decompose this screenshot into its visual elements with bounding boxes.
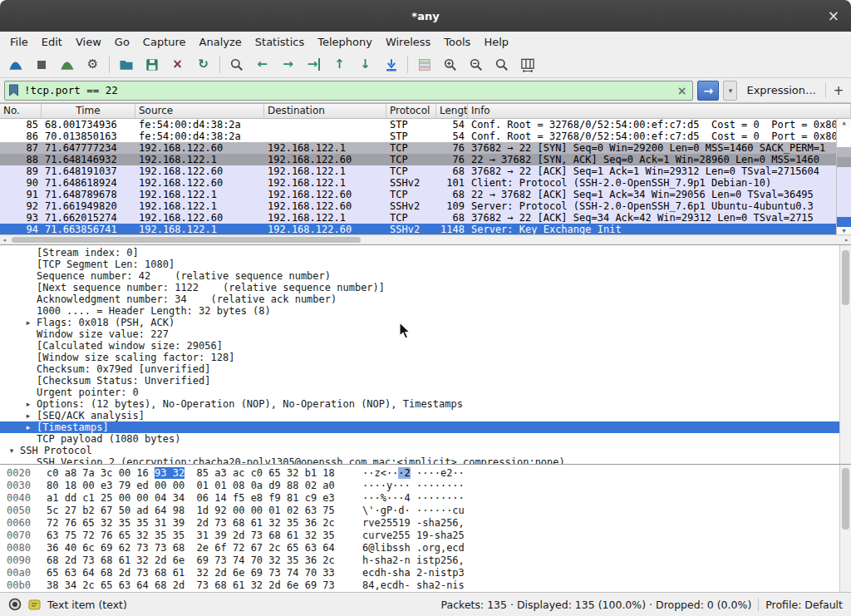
detail-row[interactable]: SSH Version 2 (encryption:chacha20-poly1… (0, 456, 839, 464)
scroll-right-arrow-icon[interactable]: ▸ (844, 235, 849, 244)
window-close-button[interactable]: × (828, 9, 839, 23)
go-forward-button[interactable]: → (275, 53, 301, 76)
packet-row-91[interactable]: 9171.648789678192.168.122.1192.168.122.6… (0, 189, 836, 200)
hex-row-0080[interactable]: 008036 40 6c 69 62 73 73 68 2e 6f 72 67 … (0, 542, 839, 554)
save-file-button[interactable] (139, 53, 165, 76)
bytes-vertical-scrollbar[interactable] (839, 465, 851, 592)
menu-item-go[interactable]: Go (108, 32, 136, 52)
column-header-destination[interactable]: Destination (264, 104, 386, 118)
menu-item-wireless[interactable]: Wireless (379, 32, 437, 52)
detail-row[interactable]: TCP payload (1080 bytes) (0, 433, 839, 445)
column-header-source[interactable]: Source (135, 104, 264, 118)
collapsed-arrow-icon[interactable]: ▸ (23, 421, 33, 433)
add-filter-button[interactable]: + (830, 83, 847, 98)
column-header-info[interactable]: Info (468, 104, 851, 118)
expert-info-icon[interactable] (8, 598, 22, 611)
detail-row[interactable]: [Checksum Status: Unverified] (0, 375, 839, 387)
status-profile[interactable]: Profile: Default (765, 599, 843, 611)
go-back-button[interactable]: ← (249, 53, 275, 76)
packet-row-94[interactable]: 9471.663856741192.168.122.1192.168.122.6… (0, 224, 836, 234)
hex-row-0020[interactable]: 0020c0 a8 7a 3c 00 16 93 32 85 a3 ac c0 … (0, 467, 839, 480)
detail-row[interactable]: 1000 .... = Header Length: 32 bytes (8) (0, 305, 839, 317)
scrollbar-thumb[interactable] (842, 250, 849, 305)
collapsed-arrow-icon[interactable]: ▸ (23, 317, 33, 328)
zoom-in-button[interactable] (437, 53, 463, 76)
reload-button[interactable]: ↻ (190, 53, 216, 76)
menu-item-statistics[interactable]: Statistics (248, 32, 311, 52)
resize-columns-button[interactable] (514, 53, 540, 76)
menu-item-tools[interactable]: Tools (437, 32, 477, 52)
zoom-reset-button[interactable] (489, 53, 514, 76)
column-header-protocol[interactable]: Protocol (386, 104, 436, 118)
hex-row-0060[interactable]: 006072 76 65 32 35 35 31 39 2d 73 68 61 … (0, 517, 839, 530)
packet-row-90[interactable]: 9071.648618924192.168.122.60192.168.122.… (0, 177, 836, 189)
hex-row-0050[interactable]: 00505c 27 b2 67 50 ad 64 98 1d 92 00 00 … (0, 505, 839, 517)
packet-row-93[interactable]: 9371.662015274192.168.122.60192.168.122.… (0, 212, 836, 224)
menu-item-help[interactable]: Help (477, 32, 515, 52)
restart-capture-button[interactable] (54, 53, 80, 76)
filter-clear-icon[interactable]: × (675, 84, 690, 97)
hex-row-0040[interactable]: 0040a1 dd c1 25 00 00 04 34 06 14 f5 e8 … (0, 492, 839, 505)
packet-row-85[interactable]: 8568.001734936fe:54:00:d4:38:2aSTP54Conf… (0, 119, 836, 131)
detail-row[interactable]: Sequence number: 42 (relative sequence n… (0, 270, 839, 282)
detail-row[interactable]: Window size value: 227 (0, 328, 839, 340)
menu-item-view[interactable]: View (69, 32, 108, 52)
hex-row-0030[interactable]: 003080 18 00 e3 79 ed 00 00 01 01 08 0a … (0, 480, 839, 492)
scrollbar-thumb[interactable] (842, 468, 849, 530)
find-packet-button[interactable] (224, 53, 249, 76)
capture-comment-icon[interactable] (28, 599, 41, 611)
packet-list-minimap-scrollbar[interactable]: ▲▼ (836, 119, 851, 234)
packet-row-88[interactable]: 8871.648146932192.168.122.1192.168.122.6… (0, 154, 836, 165)
column-header-no[interactable]: No. (0, 104, 42, 118)
detail-row[interactable]: Checksum: 0x79ed [unverified] (0, 363, 839, 375)
start-capture-button[interactable] (2, 53, 28, 76)
detail-row[interactable]: [Window size scaling factor: 128] (0, 352, 839, 363)
detail-row[interactable]: ▸[Timestamps] (0, 421, 839, 433)
column-header-length[interactable]: Length (436, 104, 468, 118)
go-first-button[interactable]: ↑ (327, 53, 352, 76)
detail-row[interactable]: ▸Flags: 0x018 (PSH, ACK) (0, 317, 839, 328)
hex-row-00a0[interactable]: 00a065 63 64 68 2d 73 68 61 32 2d 6e 69 … (0, 567, 839, 579)
open-file-button[interactable] (113, 53, 139, 76)
detail-row[interactable]: [Next sequence number: 1122 (relative se… (0, 282, 839, 293)
packet-list-horizontal-scrollbar[interactable]: ◂ ▸ (0, 234, 851, 244)
menu-item-analyze[interactable]: Analyze (193, 32, 248, 52)
scrollbar-thumb[interactable] (12, 237, 361, 243)
menu-item-edit[interactable]: Edit (35, 32, 69, 52)
title-bar[interactable]: *any × (0, 0, 851, 32)
menu-item-capture[interactable]: Capture (136, 32, 193, 52)
go-to-packet-button[interactable]: → (301, 53, 327, 76)
close-file-button[interactable]: × (165, 53, 190, 76)
menu-item-telephony[interactable]: Telephony (311, 32, 379, 52)
packet-row-92[interactable]: 9271.661949820192.168.122.1192.168.122.6… (0, 200, 836, 212)
detail-row[interactable]: Urgent pointer: 0 (0, 387, 839, 398)
detail-vertical-scrollbar[interactable] (839, 245, 851, 464)
capture-options-button[interactable]: ⚙ (80, 53, 106, 76)
auto-scroll-button[interactable] (378, 53, 404, 76)
filter-apply-button[interactable]: → (697, 81, 719, 101)
hex-row-0090[interactable]: 009068 2d 73 68 61 32 2d 6e 69 73 74 70 … (0, 554, 839, 567)
filter-field[interactable]: × (4, 81, 693, 101)
expanded-arrow-icon[interactable]: ▾ (7, 445, 17, 456)
detail-row[interactable]: [Stream index: 0] (0, 247, 839, 259)
menu-item-file[interactable]: File (3, 32, 35, 52)
detail-row[interactable]: Acknowledgment number: 34 (relative ack … (0, 293, 839, 305)
hex-row-0070[interactable]: 007063 75 72 76 65 32 35 35 31 39 2d 73 … (0, 530, 839, 542)
go-last-button[interactable]: ↓ (352, 53, 378, 76)
detail-row[interactable]: ▾SSH Protocol (0, 445, 839, 456)
collapsed-arrow-icon[interactable]: ▸ (23, 398, 33, 410)
detail-row[interactable]: [TCP Segment Len: 1080] (0, 259, 839, 270)
expression-button[interactable]: Expression… (741, 84, 821, 96)
zoom-out-button[interactable] (463, 53, 489, 76)
collapsed-arrow-icon[interactable]: ▸ (23, 410, 33, 421)
stop-capture-button[interactable] (28, 53, 54, 76)
packet-row-89[interactable]: 8971.648191037192.168.122.60192.168.122.… (0, 165, 836, 177)
minimap-arrow-icon[interactable]: ▲ (837, 119, 851, 127)
packet-row-86[interactable]: 8670.013850163fe:54:00:d4:38:2aSTP54Conf… (0, 131, 836, 142)
filter-dropdown-button[interactable]: ▾ (723, 81, 737, 101)
column-header-time[interactable]: Time (42, 104, 135, 118)
hex-row-00b0[interactable]: 00b038 34 2c 65 63 64 68 2d 73 68 61 32 … (0, 579, 839, 592)
filter-bookmark-icon[interactable] (8, 84, 19, 96)
detail-row[interactable]: ▸[SEQ/ACK analysis] (0, 410, 839, 421)
scroll-left-arrow-icon[interactable]: ◂ (2, 235, 7, 244)
